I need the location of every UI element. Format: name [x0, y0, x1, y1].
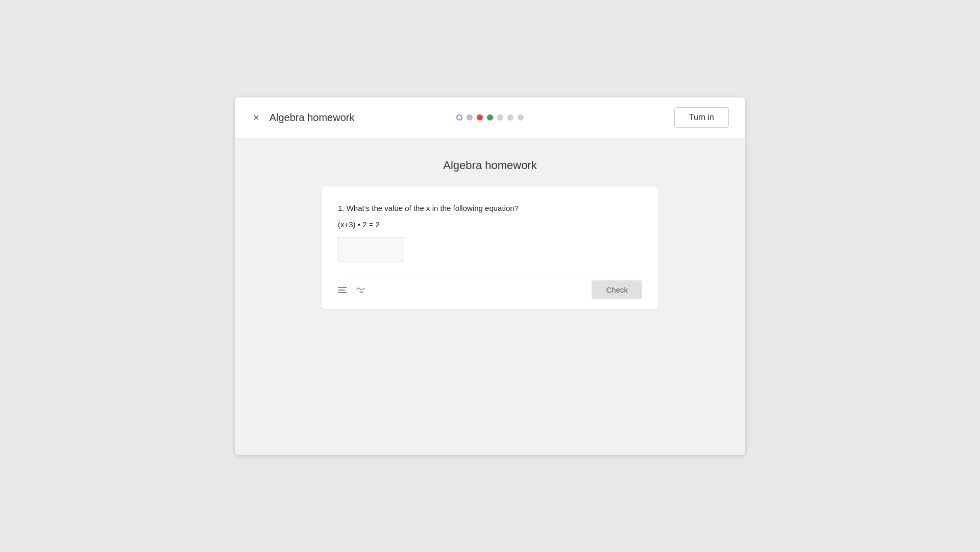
- close-button[interactable]: ×: [251, 110, 261, 126]
- question-number: 1.: [338, 204, 345, 212]
- header-left: × Algebra homework: [251, 110, 410, 126]
- text-align-icon[interactable]: [338, 287, 347, 293]
- dot-1[interactable]: [456, 114, 462, 121]
- dot-7[interactable]: [518, 114, 524, 121]
- dot-3[interactable]: [477, 114, 483, 121]
- app-window: × Algebra homework Turn in Algebra homew…: [235, 98, 745, 455]
- question-body: What's the value of the x in the followi…: [347, 204, 519, 212]
- formula-icon[interactable]: [355, 285, 366, 295]
- assignment-title: Algebra homework: [322, 159, 658, 172]
- dot-2[interactable]: [467, 114, 473, 121]
- dot-4[interactable]: [487, 114, 493, 121]
- equation-text: (x+3) • 2 = 2: [338, 220, 642, 229]
- footer-icons: [338, 285, 366, 295]
- question-card: 1. What's the value of the x in the foll…: [322, 186, 658, 310]
- progress-dots: [410, 114, 570, 121]
- svg-point-0: [363, 288, 365, 290]
- card-container: Algebra homework 1. What's the value of …: [322, 159, 658, 435]
- check-button[interactable]: Check: [592, 280, 642, 299]
- card-footer: Check: [338, 274, 642, 299]
- header: × Algebra homework Turn in: [235, 98, 745, 138]
- answer-input[interactable]: [338, 237, 404, 261]
- header-right: Turn in: [570, 107, 729, 128]
- content-area: Algebra homework 1. What's the value of …: [235, 138, 745, 455]
- lines-icon: [338, 287, 347, 293]
- dot-6[interactable]: [507, 114, 513, 121]
- question-text: 1. What's the value of the x in the foll…: [338, 203, 642, 214]
- header-title: Algebra homework: [270, 112, 355, 124]
- dot-5[interactable]: [497, 114, 503, 121]
- turn-in-button[interactable]: Turn in: [674, 107, 729, 128]
